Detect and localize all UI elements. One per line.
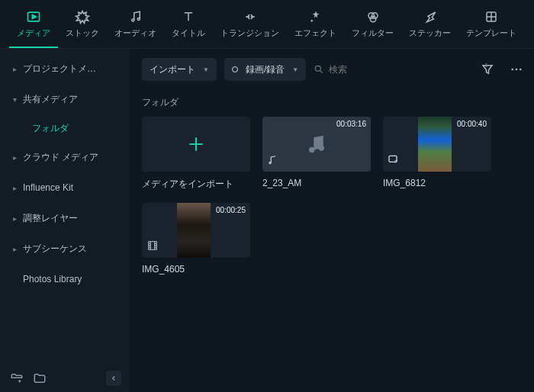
sidebar-item-label: クラウド メディア xyxy=(23,151,98,164)
chevron-right-icon: ▸ xyxy=(11,245,18,253)
effect-icon xyxy=(308,9,323,24)
tab-sticker[interactable]: ステッカー xyxy=(401,6,458,47)
chevron-right-icon: ▸ xyxy=(11,65,18,73)
record-dot-icon xyxy=(232,66,238,72)
folder-icon[interactable] xyxy=(32,371,47,386)
svg-point-14 xyxy=(269,162,271,163)
tab-label: メディア xyxy=(17,27,50,39)
card-label: IMG_6812 xyxy=(383,172,491,188)
record-label: 録画/録音 xyxy=(246,63,285,76)
tab-label: トランジション xyxy=(220,27,279,39)
tab-effect[interactable]: エフェクト xyxy=(287,6,344,47)
svg-point-3 xyxy=(137,18,140,21)
svg-point-9 xyxy=(511,69,513,71)
sidebar-child-label: フォルダ xyxy=(32,122,69,135)
media-item-audio[interactable]: 00:03:16 2_23_AM xyxy=(262,117,371,191)
import-media-card[interactable]: メディアをインポート xyxy=(142,117,250,191)
plus-icon xyxy=(186,134,206,154)
sidebar-child-folder[interactable]: フォルダ xyxy=(0,114,130,142)
sidebar-item-cloud-media[interactable]: ▸ クラウド メディア xyxy=(0,142,130,172)
new-folder-icon[interactable] xyxy=(9,371,24,386)
sidebar-item-label: Photos Library xyxy=(23,274,82,284)
audio-badge-icon xyxy=(267,155,278,169)
filmstrip-icon xyxy=(146,239,159,255)
music-note-icon xyxy=(305,133,328,156)
title-icon xyxy=(181,9,196,24)
record-dropdown[interactable]: 録画/録音 ▼ xyxy=(224,58,306,81)
section-label: フォルダ xyxy=(131,85,534,117)
chevron-right-icon: ▸ xyxy=(11,184,18,192)
sidebar-item-project-media[interactable]: ▸ プロジェクトメ… xyxy=(0,53,130,84)
sidebar-item-label: 調整レイヤー xyxy=(23,212,78,225)
tab-template[interactable]: テンプレート xyxy=(458,6,524,47)
svg-point-10 xyxy=(516,69,518,71)
sidebar-item-influence-kit[interactable]: ▸ Influence Kit xyxy=(0,172,130,203)
content-area: インポート ▼ 録画/録音 ▼ フォルダ xyxy=(131,49,534,392)
chevron-down-icon: ▼ xyxy=(292,66,298,73)
media-icon xyxy=(26,9,41,24)
sidebar-item-shared-media[interactable]: ▾ 共有メディア xyxy=(0,84,130,114)
chevron-right-icon: ▸ xyxy=(11,153,18,162)
search-input[interactable] xyxy=(329,64,390,75)
sidebar: ▸ プロジェクトメ… ▾ 共有メディア フォルダ ▸ クラウド メディア ▸ I… xyxy=(0,49,131,392)
tab-audio[interactable]: オーディオ xyxy=(107,6,164,47)
import-label: インポート xyxy=(150,63,195,76)
search-icon xyxy=(314,64,324,75)
tab-label: ステッカー xyxy=(409,27,451,39)
sticker-icon xyxy=(423,9,438,24)
media-item-video[interactable]: 00:00:25 IMG_4605 xyxy=(142,203,250,275)
svg-point-11 xyxy=(520,69,522,71)
transition-icon xyxy=(243,9,258,24)
chevron-right-icon: ▸ xyxy=(11,214,18,223)
tab-label: エフェクト xyxy=(294,27,336,39)
svg-marker-1 xyxy=(32,15,36,19)
svg-point-6 xyxy=(370,16,376,22)
tab-label: テンプレート xyxy=(466,27,516,39)
card-label: IMG_4605 xyxy=(142,258,250,275)
tab-label: オーディオ xyxy=(114,27,156,39)
tab-filter[interactable]: フィルター xyxy=(344,6,401,47)
card-label: 2_23_AM xyxy=(262,172,371,188)
more-options-button[interactable] xyxy=(510,63,523,76)
duration-label: 00:03:16 xyxy=(336,120,366,128)
proxy-badge-icon: P xyxy=(388,153,400,169)
stock-icon xyxy=(75,9,90,24)
duration-label: 00:00:25 xyxy=(216,206,246,214)
filter-sort-button[interactable] xyxy=(481,63,494,76)
sidebar-item-label: 共有メディア xyxy=(23,93,78,106)
tab-label: ストック xyxy=(66,27,99,39)
svg-text:P: P xyxy=(394,159,397,164)
tab-media[interactable]: メディア xyxy=(9,6,58,48)
filter-icon xyxy=(365,9,381,24)
template-icon xyxy=(484,9,499,24)
tab-transition[interactable]: トランジション xyxy=(213,6,287,47)
duration-label: 00:00:40 xyxy=(457,120,487,128)
tab-label: フィルター xyxy=(352,27,394,39)
top-nav: メディア ストック オーディオ タイトル トランジション エフェクト フィルター… xyxy=(0,0,534,49)
sidebar-item-subsequence[interactable]: ▸ サブシーケンス xyxy=(0,233,130,264)
svg-point-2 xyxy=(131,19,134,21)
media-item-video[interactable]: 00:00:40 P IMG_6812 xyxy=(383,117,491,191)
collapse-sidebar-button[interactable] xyxy=(106,371,121,386)
audio-icon xyxy=(128,9,143,24)
sidebar-item-label: サブシーケンス xyxy=(23,243,87,255)
chevron-down-icon: ▼ xyxy=(203,66,209,73)
svg-point-8 xyxy=(316,66,321,71)
sidebar-item-label: Influence Kit xyxy=(23,182,73,193)
chevron-down-icon: ▾ xyxy=(11,95,18,104)
tab-stock[interactable]: ストック xyxy=(58,6,107,47)
sidebar-item-label: プロジェクトメ… xyxy=(23,63,96,76)
svg-point-13 xyxy=(319,145,325,151)
search-box[interactable] xyxy=(314,64,390,75)
sidebar-item-adjustment-layer[interactable]: ▸ 調整レイヤー xyxy=(0,203,130,233)
card-label: メディアをインポート xyxy=(142,172,250,191)
sidebar-item-photos-library[interactable]: Photos Library xyxy=(0,264,130,294)
tab-title[interactable]: タイトル xyxy=(164,6,213,47)
svg-point-12 xyxy=(309,147,315,153)
import-dropdown[interactable]: インポート ▼ xyxy=(142,58,217,81)
tab-label: タイトル xyxy=(172,27,205,39)
